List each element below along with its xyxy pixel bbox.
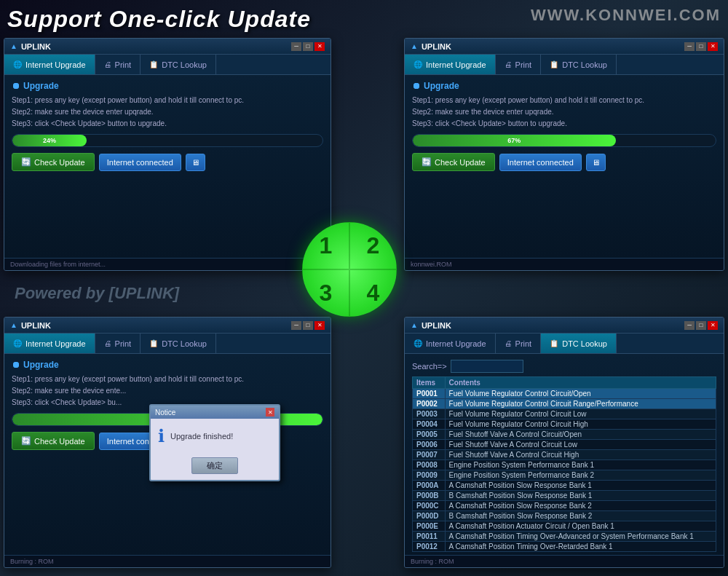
- window-controls-3: ─ □ ✕: [291, 321, 325, 330]
- tab-print-3[interactable]: 🖨 Print: [95, 334, 141, 353]
- minimize-btn-2[interactable]: ─: [684, 42, 695, 51]
- close-btn-3[interactable]: ✕: [314, 321, 325, 330]
- notice-titlebar: Notice ✕: [151, 406, 279, 419]
- dtc-item: P0006: [413, 440, 446, 450]
- minimize-btn-1[interactable]: ─: [291, 42, 301, 51]
- dtc-item: P0004: [413, 419, 446, 430]
- minimize-btn-4[interactable]: ─: [684, 321, 695, 330]
- tab-dtc-3[interactable]: 📋 DTC Lookup: [141, 334, 216, 353]
- screen-icon-btn-1[interactable]: 🖥: [186, 154, 205, 171]
- table-row: P0007Fuel Shutoff Valve A Control Circui…: [413, 450, 716, 460]
- internet-connected-btn-2[interactable]: Internet connected: [499, 154, 582, 171]
- window-1: ▲ UPLINK ─ □ ✕ 🌐 Internet Upgrade 🖨 Prin…: [4, 38, 331, 271]
- col-items: Items: [413, 377, 446, 389]
- check-update-btn-3[interactable]: 🔄 Check Update: [12, 432, 95, 450]
- globe-icon-2: 🌐: [414, 60, 422, 68]
- table-row: P000BB Camshaft Position Slow Response B…: [413, 491, 716, 501]
- status-bar-4: Burning : ROM: [405, 555, 724, 567]
- dtc-icon-2: 📋: [550, 60, 558, 68]
- upgrade-radio-icon-3: ⏺: [12, 360, 20, 370]
- dtc-content: A Camshaft Position Slow Response Bank 2: [445, 501, 716, 511]
- window-icon-1: ▲: [10, 42, 17, 50]
- internet-connected-btn-1[interactable]: Internet connected: [99, 154, 181, 171]
- titlebar-1: ▲ UPLINK ─ □ ✕: [4, 39, 331, 55]
- close-btn-1[interactable]: ✕: [314, 42, 325, 51]
- table-row: P0001Fuel Volume Regulator Control Circu…: [413, 389, 716, 399]
- dtc-item: P000E: [413, 521, 446, 532]
- window-title-1: UPLINK: [21, 42, 291, 51]
- tab-internet-upgrade-4[interactable]: 🌐 Internet Upgrade: [405, 334, 496, 353]
- upgrade-title-2: ⏺ Upgrade: [412, 81, 716, 91]
- status-bar-3: Burning : ROM: [4, 555, 331, 567]
- tab-print-4[interactable]: 🖨 Print: [496, 334, 542, 353]
- table-row: P0012A Camshaft Position Timing Over-Ret…: [413, 542, 716, 552]
- tabs-3: 🌐 Internet Upgrade 🖨 Print 📋 DTC Lookup: [4, 334, 331, 354]
- powered-by-label: Powered by [UPLINK]: [15, 284, 179, 303]
- dtc-item: P0003: [413, 409, 446, 419]
- window-controls-4: ─ □ ✕: [684, 321, 718, 330]
- table-row: P000EA Camshaft Position Actuator Circui…: [413, 521, 716, 532]
- refresh-icon-3: 🔄: [21, 436, 31, 446]
- tab-dtc-1[interactable]: 📋 DTC Lookup: [141, 55, 216, 74]
- maximize-btn-2[interactable]: □: [696, 42, 706, 51]
- step3-2: Step3: click <Check Update> button to up…: [412, 119, 716, 128]
- window-body-4: Search=> Items Contents P0001Fuel Volume…: [405, 354, 724, 555]
- window-icon-3: ▲: [10, 321, 17, 329]
- tab-dtc-2[interactable]: 📋 DTC Lookup: [541, 55, 617, 74]
- maximize-btn-4[interactable]: □: [696, 321, 706, 330]
- check-update-btn-2[interactable]: 🔄 Check Update: [412, 153, 495, 171]
- table-row: P0004Fuel Volume Regulator Control Circu…: [413, 419, 716, 430]
- dtc-content: B Camshaft Position Slow Response Bank 2: [445, 511, 716, 521]
- titlebar-2: ▲ UPLINK ─ □ ✕: [405, 39, 724, 55]
- col-contents: Contents: [445, 377, 716, 389]
- step3-1: Step3: click <Check Update> button to up…: [12, 119, 323, 128]
- table-row: P000AA Camshaft Position Slow Response B…: [413, 481, 716, 491]
- minimize-btn-3[interactable]: ─: [291, 321, 301, 330]
- window-icon-4: ▲: [411, 321, 418, 329]
- notice-ok-btn[interactable]: 确定: [191, 457, 238, 474]
- tab-print-2[interactable]: 🖨 Print: [496, 55, 542, 74]
- window-controls-1: ─ □ ✕: [291, 42, 325, 51]
- notice-info-icon: ℹ: [158, 426, 165, 446]
- upgrade-radio-icon-1: ⏺: [12, 81, 20, 91]
- window-4: ▲ UPLINK ─ □ ✕ 🌐 Internet Upgrade 🖨 Prin…: [404, 317, 724, 568]
- dtc-item: P0008: [413, 460, 446, 470]
- table-row: P0003Fuel Volume Regulator Control Circu…: [413, 409, 716, 419]
- dtc-item: P0009: [413, 470, 446, 481]
- print-icon-3: 🖨: [104, 339, 111, 347]
- tab-internet-upgrade-1[interactable]: 🌐 Internet Upgrade: [4, 55, 95, 74]
- step2-1: Step2: make sure the device enter upqrad…: [12, 107, 323, 117]
- progress-fill-1: 24%: [12, 135, 87, 146]
- step1-2: Step1: press any key (except power butto…: [412, 95, 716, 105]
- close-btn-2[interactable]: ✕: [708, 42, 718, 51]
- tab-internet-upgrade-2[interactable]: 🌐 Internet Upgrade: [405, 55, 496, 74]
- page-title: Support One-click Update: [7, 6, 311, 33]
- titlebar-3: ▲ UPLINK ─ □ ✕: [4, 317, 331, 334]
- notice-title-text: Notice: [155, 409, 175, 417]
- table-row: P0009Engine Position System Performance …: [413, 470, 716, 481]
- tab-dtc-4[interactable]: 📋 DTC Lookup: [541, 334, 617, 353]
- dtc-content: Fuel Volume Regulator Control Circuit Hi…: [445, 419, 716, 430]
- table-row: P0008Engine Position System Performance …: [413, 460, 716, 470]
- step2-3: Step2: make sure the device ente...: [12, 386, 323, 395]
- window-title-3: UPLINK: [21, 321, 291, 330]
- dtc-content: Engine Position System Performance Bank …: [445, 460, 716, 470]
- notice-close-btn[interactable]: ✕: [266, 408, 274, 417]
- tab-print-1[interactable]: 🖨 Print: [95, 55, 141, 74]
- maximize-btn-1[interactable]: □: [303, 42, 313, 51]
- maximize-btn-3[interactable]: □: [303, 321, 313, 330]
- close-btn-4[interactable]: ✕: [708, 321, 718, 330]
- step1-1: Step1: press any key (except power butto…: [12, 95, 323, 105]
- screen-icon-btn-2[interactable]: 🖥: [586, 154, 606, 171]
- search-label-4: Search=>: [412, 362, 447, 371]
- dtc-content: Fuel Volume Regulator Control Circuit Ra…: [445, 399, 716, 409]
- dtc-content: A Camshaft Position Timing Over-Retarded…: [445, 542, 716, 552]
- dtc-item: P000D: [413, 511, 446, 521]
- dtc-item: P0002: [413, 399, 446, 409]
- check-update-btn-1[interactable]: 🔄 Check Update: [12, 153, 95, 171]
- tab-internet-upgrade-3[interactable]: 🌐 Internet Upgrade: [4, 334, 95, 353]
- dtc-item: P000C: [413, 501, 446, 511]
- progress-fill-2: 67%: [413, 135, 616, 146]
- dtc-content: A Camshaft Position Slow Response Bank 1: [445, 481, 716, 491]
- search-input-4[interactable]: [451, 360, 523, 373]
